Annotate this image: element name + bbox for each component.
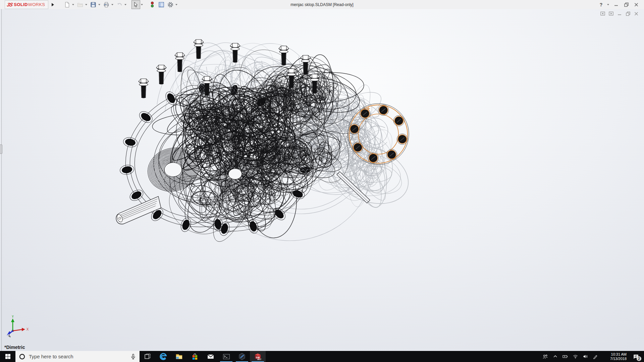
taskbar-clock[interactable]: 10:31 AM 7/13/2018 [601,352,628,361]
traffic-light-icon [150,1,155,8]
save-floppy-icon [90,2,96,8]
task-list-icon [158,2,164,8]
minimize-button[interactable] [612,1,621,8]
mail-icon [207,353,214,360]
new-dropdown-caret[interactable] [72,4,74,5]
battery-button[interactable] [561,351,570,362]
chevron-up-icon [553,354,558,359]
options-dropdown-caret[interactable] [175,4,177,5]
search-placeholder-text: Type here to search [29,354,127,359]
print-button[interactable] [102,0,111,9]
solidworks-window: 3S SOLID WORKS [0,0,644,362]
action-center-button[interactable]: 2 [629,351,643,362]
file-explorer-icon [175,353,183,360]
window-controls: ? [597,1,641,8]
clock-date: 7/13/2018 [602,357,627,361]
solidworks-logo[interactable]: 3S SOLID WORKS [5,0,48,9]
hidden-geometry-wireframe [165,33,417,215]
x-axis [13,329,22,331]
command-prompt-icon [223,353,230,360]
command-prompt-button[interactable] [218,351,234,362]
taskbar-search-input[interactable]: Type here to search [15,351,140,362]
print-dropdown-caret[interactable] [111,4,113,5]
new-document-icon [64,2,70,8]
new-document-button[interactable] [63,0,71,9]
system-tray: 10:31 AM 7/13/2018 2 [541,351,644,362]
mail-button[interactable] [203,351,218,362]
wireframe-gearbox-model[interactable] [0,9,644,351]
microphone-icon[interactable] [130,354,136,360]
start-button[interactable] [0,351,15,362]
store-button[interactable] [187,351,203,362]
select-tool-button[interactable] [131,0,140,9]
people-icon [542,354,548,359]
wifi-icon [573,354,578,359]
open-document-button[interactable] [76,0,85,9]
restore-icon [624,2,629,7]
close-button[interactable] [632,1,641,8]
notification-badge: 2 [637,356,641,361]
save-button[interactable] [89,0,98,9]
reference-triad: Y X [5,315,30,339]
windows-logo-icon [5,354,11,359]
logo-text-solid: SOLID [14,2,28,7]
open-dropdown-caret[interactable] [85,4,87,5]
network-button[interactable] [571,351,580,362]
volume-button[interactable] [581,351,590,362]
gear-icon [167,2,173,8]
solidworks-3s-glyph: 3S [6,2,13,7]
edge-button[interactable] [155,351,171,362]
sw-icon-year: 2017 [257,358,261,360]
z-axis-tick [8,335,10,337]
undo-button[interactable] [115,0,124,9]
close-icon [634,2,639,7]
select-dropdown-caret[interactable] [141,4,143,5]
windows-ink-button[interactable] [591,351,600,362]
x-axis-label: X [26,327,29,331]
main-toolbar [63,0,179,9]
titlebar: 3S SOLID WORKS [0,0,644,9]
help-button[interactable]: ? [597,1,605,8]
print-icon [103,2,109,8]
windows-taskbar: Type here to search S [0,351,644,362]
undo-dropdown-caret[interactable] [124,4,126,5]
undo-arrow-icon [116,2,122,8]
help-dropdown-caret[interactable] [607,4,609,5]
graphics-viewport[interactable]: Y X *Dimetric [0,9,644,351]
logo-text-works: WORKS [28,2,45,7]
task-view-icon [144,353,151,360]
hexagon-app-button[interactable] [234,351,250,362]
solidworks-2017-icon: SW 2017 [254,352,262,361]
people-button[interactable] [541,351,549,362]
menu-flyout-arrow-icon[interactable] [52,3,54,6]
battery-charging-icon [562,354,568,359]
save-dropdown-caret[interactable] [98,4,100,5]
rebuild-stoplight-button[interactable] [148,0,157,9]
open-folder-icon [77,2,83,8]
view-orientation-label: *Dimetric [4,345,25,350]
cortana-circle-icon [19,353,25,360]
edge-icon [159,353,167,361]
select-cursor-icon [133,2,139,8]
options-button[interactable] [166,0,175,9]
clock-time: 10:31 AM [602,352,627,357]
y-axis-label: Y [12,315,14,318]
x-axis-arrow [22,328,25,331]
pen-icon [593,354,598,359]
restore-button[interactable] [622,1,631,8]
file-explorer-button[interactable] [171,351,187,362]
tray-overflow-button[interactable] [551,351,559,362]
store-icon [191,353,199,360]
hexagon-app-icon [238,353,246,360]
minimize-icon [614,2,619,7]
solidworks-2017-button[interactable]: SW 2017 [250,351,266,362]
task-list-button[interactable] [157,0,166,9]
task-view-button[interactable] [140,351,155,362]
speaker-icon [583,354,588,359]
y-axis-arrow [11,318,14,322]
